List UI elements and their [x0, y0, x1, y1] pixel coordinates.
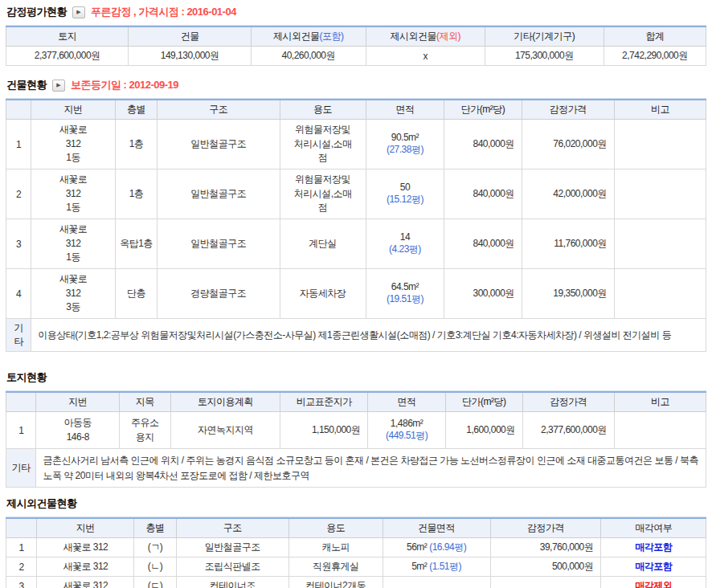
land-header-row: 지번 지목 토지이용계획 비교표준지가 면적 단가(m²당) 감정가격 비고 — [6, 392, 706, 412]
col-building: 건물 — [129, 27, 251, 47]
table-row: 1 새꽃로 312 (ㄱ) 일반철골구조 캐노피 56m² (16.94평) 3… — [6, 538, 706, 557]
cell-jibun: 새꽃로 312 1동 — [31, 169, 116, 219]
cell-index: 2 — [6, 557, 37, 577]
value-land: 2,377,600,000원 — [6, 47, 129, 66]
cell-area: 90.5m²(27.38평) — [366, 120, 444, 169]
col-building-area: 건물면적 — [383, 518, 490, 538]
cell-unit-price: 300,000원 — [444, 269, 522, 319]
cell-index: 1 — [6, 538, 37, 557]
table-row: 2 새꽃로 312 1동 1층 일반철골구조 위험물저장및 처리시설,소매 점 … — [6, 169, 706, 219]
cell-note — [614, 412, 706, 449]
table-row: 2 새꽃로 312 (ㄴ) 조립식판넬조 직원휴게실 5m² (1.51평) 5… — [6, 557, 706, 577]
cell-appraised-price: 11,760,000원 — [522, 219, 614, 269]
cell-jibun: 새꽃로 312 1동 — [31, 120, 116, 169]
cell-category: 주유소 용지 — [120, 412, 171, 449]
col-total: 합계 — [604, 27, 706, 47]
cell-appraised-price — [490, 577, 601, 588]
land-section-header: 토지현황 — [6, 370, 706, 385]
col-index — [6, 518, 37, 538]
building-etc-text: 이용상태(기호1,2:공부상 위험물저장및처리시설(가스충전소-사무실) 제1종… — [31, 319, 706, 352]
cell-area: 1,486m²(449.51평) — [368, 412, 446, 449]
land-title: 토지현황 — [6, 370, 47, 385]
col-structure: 구조 — [176, 518, 288, 538]
expand-arrow-button[interactable]: ▶ — [72, 6, 85, 18]
col-floor: 층별 — [115, 100, 157, 120]
expand-arrow-button[interactable]: ▶ — [52, 80, 65, 92]
building-section-header: 건물현황 ▶ 보존등기일 : 2012-09-19 — [6, 78, 706, 92]
cell-floor: 1층 — [115, 169, 157, 219]
building-table-wrap: 지번 층별 구조 용도 면적 단가(m²당) 감정가격 비고 1 새꽃로 312… — [6, 98, 706, 352]
cell-appraised-price: 39,760,000원 — [490, 538, 601, 557]
etc-label: 기타 — [6, 449, 36, 488]
cell-jibun: 아동동 146-8 — [36, 412, 120, 449]
extra-building-table: 지번 층별 구조 용도 건물면적 감정가격 매각여부 1 새꽃로 312 (ㄱ)… — [6, 517, 706, 588]
cell-jibun: 새꽃로 312 3동 — [31, 269, 116, 319]
col-extra-excluded: 제시외건물(제외) — [366, 27, 485, 47]
extra-header-row: 지번 층별 구조 용도 건물면적 감정가격 매각여부 — [6, 518, 706, 538]
value-extra-excluded: x — [366, 47, 485, 66]
cell-floor: (ㄴ) — [134, 557, 176, 577]
col-appraised-price: 감정가격 — [490, 518, 601, 538]
cell-structure: 컨테이너조 — [176, 577, 288, 588]
etc-label: 기타 — [6, 319, 31, 352]
cell-appraised-price: 42,000,000원 — [522, 169, 614, 219]
cell-area: 50(15.12평) — [366, 169, 444, 219]
cell-unit-price: 840,000원 — [444, 219, 522, 269]
appraisal-value-row: 2,377,600,000원 149,130,000원 40,260,000원 … — [6, 47, 706, 66]
cell-floor: (ㄷ) — [134, 577, 176, 588]
col-index — [6, 392, 36, 412]
cell-note — [614, 169, 706, 219]
appraisal-section-header: 감정평가현황 ▶ 푸른감정 , 가격시점 : 2016-01-04 — [6, 5, 706, 19]
cell-appraised-price: 500,000원 — [490, 557, 601, 577]
cell-note — [614, 269, 706, 319]
cell-floor: 단층 — [115, 269, 157, 319]
col-structure: 구조 — [158, 100, 280, 120]
col-appraised-price: 감정가격 — [522, 392, 614, 412]
cell-structure: 조립식판넬조 — [176, 557, 288, 577]
table-row: 3 새꽃로 312 1동 옥탑1층 일반철골구조 계단실 14(4.23평) 8… — [6, 219, 706, 269]
cell-building-area: 56m² (16.94평) — [383, 538, 490, 557]
col-note: 비고 — [614, 392, 706, 412]
appraisal-title: 감정평가현황 — [6, 5, 67, 19]
cell-jibun: 새꽃로 312 — [37, 577, 134, 588]
cell-structure: 경량철골구조 — [158, 269, 280, 319]
cell-appraised-price: 2,377,600,000원 — [522, 412, 614, 449]
col-note: 비고 — [614, 100, 706, 120]
extra-building-section-header: 제시외건물현황 — [6, 496, 706, 511]
value-etc: 175,300,000원 — [485, 47, 604, 66]
cell-index: 3 — [6, 219, 31, 269]
cell-floor: 옥탑1층 — [115, 219, 157, 269]
cell-index: 3 — [6, 577, 37, 588]
cell-index: 1 — [6, 412, 36, 449]
appraisal-table-wrap: 토지 건물 제시외건물(포함) 제시외건물(제외) 기타(기계기구) 합계 2,… — [6, 25, 706, 66]
cell-usage: 자동세차장 — [280, 269, 366, 319]
sale-status-badge: 매각포함 — [601, 557, 706, 577]
cell-building-area: 5m² (1.51평) — [383, 557, 490, 577]
cell-index: 4 — [6, 269, 31, 319]
col-area: 면적 — [366, 100, 444, 120]
table-row: 1 아동동 146-8 주유소 용지 자연녹지지역 1,150,000원 1,4… — [6, 412, 706, 449]
cell-floor: 1층 — [115, 120, 157, 169]
cell-usage: 직원휴게실 — [288, 557, 383, 577]
sale-status-badge: 매각포함 — [601, 538, 706, 557]
appraisal-table: 토지 건물 제시외건물(포함) 제시외건물(제외) 기타(기계기구) 합계 2,… — [6, 26, 706, 66]
appraisal-header-row: 토지 건물 제시외건물(포함) 제시외건물(제외) 기타(기계기구) 합계 — [6, 27, 706, 47]
cell-appraised-price: 19,350,000원 — [522, 269, 614, 319]
cell-usage: 위험물저장및 처리시설,소매 점 — [280, 169, 366, 219]
cell-structure: 일반철골구조 — [158, 169, 280, 219]
cell-unit-price: 840,000원 — [444, 169, 522, 219]
cell-jibun: 새꽃로 312 1동 — [31, 219, 116, 269]
building-header-row: 지번 층별 구조 용도 면적 단가(m²당) 감정가격 비고 — [6, 100, 706, 120]
land-table-wrap: 지번 지목 토지이용계획 비교표준지가 면적 단가(m²당) 감정가격 비고 1… — [6, 390, 706, 488]
cell-building-area — [383, 577, 490, 588]
cell-usage: 계단실 — [280, 219, 366, 269]
cell-area: 64.5m²(19.51평) — [366, 269, 444, 319]
value-building: 149,130,000원 — [129, 47, 251, 66]
col-category: 지목 — [120, 392, 171, 412]
col-floor: 층별 — [134, 518, 176, 538]
extra-building-table-wrap: 지번 층별 구조 용도 건물면적 감정가격 매각여부 1 새꽃로 312 (ㄱ)… — [6, 517, 706, 588]
col-etc: 기타(기계기구) — [485, 27, 604, 47]
table-row: 4 새꽃로 312 3동 단층 경량철골구조 자동세차장 64.5m²(19.5… — [6, 269, 706, 319]
cell-jibun: 새꽃로 312 — [37, 557, 134, 577]
building-etc-row: 기타 이용상태(기호1,2:공부상 위험물저장및처리시설(가스충전소-사무실) … — [6, 319, 706, 352]
